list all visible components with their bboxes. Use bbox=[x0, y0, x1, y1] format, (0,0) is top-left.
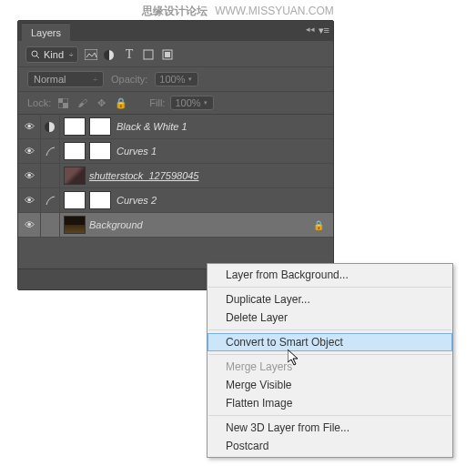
layer-mask bbox=[89, 191, 111, 209]
layer-name[interactable]: shutterstock_127598045 bbox=[89, 170, 198, 181]
context-menu: Layer from Background... Duplicate Layer… bbox=[207, 263, 453, 458]
svg-rect-8 bbox=[63, 103, 68, 108]
layer-name[interactable]: Curves 2 bbox=[116, 195, 157, 206]
layer-thumb bbox=[64, 142, 86, 160]
lock-icon: 🔒 bbox=[313, 220, 324, 230]
kind-dropdown[interactable]: Kind÷ bbox=[25, 46, 78, 63]
lock-label: Lock: bbox=[27, 97, 51, 108]
collapse-icon[interactable]: ◂◂ bbox=[306, 25, 315, 34]
menu-delete-layer[interactable]: Delete Layer bbox=[208, 309, 452, 327]
layer-mask bbox=[89, 117, 111, 136]
lock-all-icon[interactable]: 🔒 bbox=[114, 96, 127, 110]
filter-type-icon[interactable]: T bbox=[122, 48, 136, 62]
layer-row[interactable]: 👁 Curves 2 bbox=[18, 188, 333, 213]
fill-label: Fill: bbox=[149, 97, 165, 108]
layer-name[interactable]: Background bbox=[89, 219, 143, 230]
panel-tabbar: Layers ◂◂ ▾≡ bbox=[18, 21, 333, 41]
fill-input[interactable]: 100%▾ bbox=[170, 96, 214, 110]
separator bbox=[208, 354, 451, 355]
rail-empty bbox=[40, 213, 60, 237]
blend-mode-dropdown[interactable]: Normal÷ bbox=[27, 71, 104, 87]
rail-empty bbox=[40, 164, 60, 187]
watermark: 思缘设计论坛WWW.MISSYUAN.COM bbox=[0, 4, 476, 19]
filter-shape-icon[interactable] bbox=[141, 48, 155, 62]
lock-transparent-icon[interactable] bbox=[56, 96, 70, 110]
separator bbox=[208, 415, 451, 416]
menu-layer-from-background[interactable]: Layer from Background... bbox=[208, 266, 452, 284]
svg-rect-5 bbox=[165, 52, 170, 57]
layer-thumb bbox=[64, 191, 86, 209]
layer-mask bbox=[89, 142, 111, 160]
layer-row[interactable]: 👁 Curves 1 bbox=[18, 139, 333, 164]
menu-convert-smart-object[interactable]: Convert to Smart Object bbox=[208, 333, 452, 351]
visibility-icon[interactable]: 👁 bbox=[18, 170, 40, 181]
separator bbox=[208, 329, 451, 330]
lock-position-icon[interactable]: ✥ bbox=[95, 96, 108, 110]
layer-thumb bbox=[64, 117, 86, 136]
adjustment-icon bbox=[40, 115, 60, 138]
menu-duplicate-layer[interactable]: Duplicate Layer... bbox=[208, 290, 452, 309]
menu-merge-visible[interactable]: Merge Visible bbox=[208, 376, 452, 394]
filter-pixel-icon[interactable] bbox=[84, 48, 97, 62]
layer-row[interactable]: 👁 shutterstock_127598045 bbox=[18, 164, 333, 188]
visibility-icon[interactable]: 👁 bbox=[18, 219, 40, 230]
tab-layers[interactable]: Layers bbox=[22, 23, 70, 41]
layer-name[interactable]: Curves 1 bbox=[116, 146, 157, 157]
opacity-label: Opacity: bbox=[111, 74, 147, 85]
visibility-icon[interactable]: 👁 bbox=[18, 195, 40, 206]
menu-merge-layers: Merge Layers bbox=[208, 358, 452, 376]
menu-new-3d-layer[interactable]: New 3D Layer from File... bbox=[208, 419, 452, 437]
layer-list: 👁 Black & White 1 👁 Curves 1 👁 shutterst… bbox=[18, 115, 333, 238]
adjustment-icon bbox=[40, 188, 60, 212]
lock-pixels-icon[interactable]: 🖌 bbox=[76, 96, 89, 110]
adjustment-icon bbox=[40, 139, 60, 163]
visibility-icon[interactable]: 👁 bbox=[18, 146, 40, 157]
layer-name[interactable]: Black & White 1 bbox=[116, 121, 187, 132]
filter-smart-icon[interactable] bbox=[160, 48, 174, 62]
layer-row-selected[interactable]: 👁 Background 🔒 bbox=[18, 213, 333, 238]
layer-thumb bbox=[64, 216, 86, 234]
layer-thumb bbox=[64, 167, 86, 185]
svg-rect-7 bbox=[58, 98, 63, 103]
svg-rect-3 bbox=[144, 50, 153, 59]
visibility-icon[interactable]: 👁 bbox=[18, 121, 40, 132]
opacity-input[interactable]: 100%▾ bbox=[155, 72, 198, 86]
blend-bar: Normal÷ Opacity: 100%▾ bbox=[18, 66, 333, 92]
filter-bar: Kind÷ T bbox=[18, 41, 333, 66]
panel-menu-icon[interactable]: ▾≡ bbox=[319, 25, 329, 36]
menu-flatten-image[interactable]: Flatten Image bbox=[208, 394, 452, 412]
separator bbox=[208, 287, 451, 288]
lock-bar: Lock: 🖌 ✥ 🔒 Fill: 100%▾ bbox=[18, 92, 333, 115]
menu-postcard[interactable]: Postcard bbox=[208, 437, 452, 455]
filter-adjust-icon[interactable] bbox=[103, 48, 116, 62]
layer-row[interactable]: 👁 Black & White 1 bbox=[18, 115, 333, 139]
layers-panel: Layers ◂◂ ▾≡ Kind÷ T Normal÷ Opacity: 10… bbox=[17, 20, 334, 290]
svg-line-1 bbox=[36, 56, 39, 58]
